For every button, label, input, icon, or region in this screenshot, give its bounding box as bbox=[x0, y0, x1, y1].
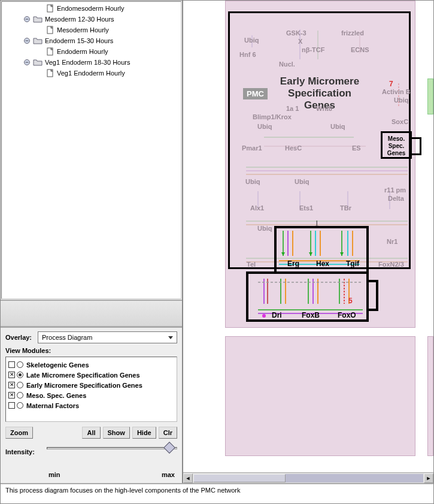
module-row-maternal[interactable]: Maternal Factors bbox=[8, 400, 174, 411]
checkbox-checked[interactable] bbox=[8, 392, 15, 399]
toggle-expanded-icon[interactable] bbox=[23, 59, 31, 66]
intensity-slider[interactable] bbox=[47, 443, 177, 460]
page-icon bbox=[46, 4, 54, 13]
overlay-select[interactable]: Process Diagram bbox=[38, 331, 177, 343]
gene-foxb: FoxB bbox=[302, 311, 320, 319]
gene-hnf6: Hnf 6 bbox=[239, 51, 256, 58]
right-panel: PMC Early Micromere Specification Genes … bbox=[183, 1, 433, 483]
tree-label: Veg1 Endoderm 18-30 Hours bbox=[45, 59, 130, 66]
focus-hook bbox=[369, 280, 378, 311]
tree-view[interactable]: Endomesoderm Hourly Mesoderm 12-30 Hours bbox=[1, 1, 181, 299]
folder-icon bbox=[33, 15, 43, 23]
gene-ubiq: Ubiq bbox=[330, 123, 345, 130]
slider-track bbox=[47, 447, 177, 449]
scroll-right-icon[interactable]: ► bbox=[424, 473, 433, 483]
clr-button[interactable]: Clr bbox=[159, 427, 177, 439]
gene-frizzled: frizzled bbox=[341, 29, 364, 37]
meso-l1: Meso. bbox=[383, 135, 410, 143]
tree-label: Mesoderm Hourly bbox=[57, 26, 109, 34]
gene-ubiq: Ubiq bbox=[295, 178, 309, 185]
diagram-title-l1: Early Micromere bbox=[242, 76, 397, 87]
diagram-title-l2: Specification bbox=[242, 87, 397, 99]
slider-thumb[interactable] bbox=[163, 442, 175, 454]
diagram-red-label-5: 5 bbox=[348, 297, 353, 305]
folder-icon bbox=[33, 58, 43, 67]
tree-label: Endoderm 15-30 Hours bbox=[45, 37, 113, 44]
module-label: Skeletogenic Genes bbox=[26, 361, 89, 369]
gene-foxo: FoxO bbox=[338, 311, 356, 319]
tree-label: Veg1 Endoderm Hourly bbox=[57, 70, 125, 77]
module-row-skeletogenic[interactable]: Skeletogenic Genes bbox=[8, 360, 174, 370]
tree-folder-mesoderm[interactable]: Mesoderm 12-30 Hours bbox=[3, 14, 180, 25]
checkbox[interactable] bbox=[8, 402, 15, 409]
module-row-late-micromere[interactable]: Late Micromere Specification Genes bbox=[8, 370, 174, 380]
diagram-region-right-green bbox=[427, 79, 433, 114]
slider-max-label: max bbox=[162, 471, 175, 478]
gene-ubiq: Ubiq bbox=[245, 178, 260, 185]
tree-leaf-endoderm-hourly[interactable]: Endoderm Hourly bbox=[3, 46, 180, 57]
page-icon bbox=[46, 26, 54, 34]
scroll-track[interactable] bbox=[193, 474, 423, 482]
gene-blimp: Blimp1/Krox bbox=[253, 113, 292, 120]
module-label: Early Micromere Specification Genes bbox=[26, 382, 142, 389]
diagram-canvas[interactable]: PMC Early Micromere Specification Genes … bbox=[183, 1, 433, 472]
tree-folder-veg1-endoderm[interactable]: Veg1 Endoderm 18-30 Hours bbox=[3, 57, 180, 68]
intensity-row: Intensity: bbox=[5, 443, 177, 460]
module-label: Meso. Spec. Genes bbox=[26, 392, 86, 399]
gene-r11pm: r11 pm bbox=[384, 186, 406, 194]
status-bar: This process diagram focuses on the high… bbox=[1, 483, 433, 503]
gene-ubiq: Ubiq bbox=[244, 37, 259, 44]
module-label: Late Micromere Specification Genes bbox=[26, 372, 140, 379]
gene-hex: Hex bbox=[316, 259, 329, 268]
hide-button[interactable]: Hide bbox=[132, 427, 156, 439]
scroll-thumb[interactable] bbox=[193, 474, 286, 482]
gene-erg: Erg bbox=[287, 259, 299, 268]
radio[interactable] bbox=[17, 402, 23, 409]
meso-spec-box: Meso. Spec. Genes bbox=[381, 131, 412, 159]
toggle-expanded-icon[interactable] bbox=[23, 37, 31, 44]
gene-soxc: SoxC bbox=[391, 118, 408, 125]
gene-1a1: 1a 1 bbox=[286, 105, 299, 112]
tree-leaf-endomesoderm-hourly[interactable]: Endomesoderm Hourly bbox=[3, 3, 180, 14]
toggle-expanded-icon[interactable] bbox=[23, 16, 31, 23]
radio[interactable] bbox=[17, 392, 23, 399]
scroll-left-icon[interactable]: ◄ bbox=[183, 473, 193, 483]
view-modules-label: View Modules: bbox=[5, 347, 171, 354]
gene-ets1: Ets1 bbox=[299, 204, 313, 212]
gene-activinb: Activin B bbox=[382, 88, 411, 95]
gene-ubiq: Ubiq bbox=[257, 225, 272, 232]
checkbox-checked[interactable] bbox=[8, 382, 15, 388]
tree-leaf-mesoderm-hourly[interactable]: Mesoderm Hourly bbox=[3, 25, 180, 35]
meso-hook bbox=[412, 137, 421, 155]
gene-ecns: ECNS bbox=[351, 46, 369, 53]
chevron-down-icon bbox=[168, 336, 173, 339]
gene-nr1: Nr1 bbox=[387, 238, 397, 245]
tree-label: Mesoderm 12-30 Hours bbox=[45, 16, 114, 23]
checkbox-checked[interactable] bbox=[8, 372, 15, 378]
zoom-button[interactable]: Zoom bbox=[5, 427, 33, 439]
horizontal-scrollbar[interactable]: ◄ ► bbox=[183, 472, 433, 483]
module-row-meso-spec[interactable]: Meso. Spec. Genes bbox=[8, 390, 174, 400]
gene-tbr: TBr bbox=[340, 204, 351, 212]
status-text: This process diagram focuses on the high… bbox=[5, 487, 241, 494]
gene-hesc: HesC bbox=[285, 144, 302, 152]
tree-leaf-veg1-endoderm-hourly[interactable]: Veg1 Endoderm Hourly bbox=[3, 68, 180, 79]
gene-tel: Tel bbox=[247, 261, 256, 268]
tree-label: Endoderm Hourly bbox=[57, 48, 108, 55]
meso-l2: Spec. bbox=[383, 143, 410, 150]
gene-pmar1: Pmar1 bbox=[242, 144, 262, 152]
checkbox[interactable] bbox=[8, 361, 15, 368]
panel-divider bbox=[1, 300, 182, 327]
gene-x: X bbox=[298, 38, 302, 45]
modules-listbox[interactable]: Skeletogenic Genes Late Micromere Specif… bbox=[5, 357, 177, 422]
tree-folder-endoderm[interactable]: Endoderm 15-30 Hours bbox=[3, 35, 180, 46]
diagram-region-bottom bbox=[225, 336, 415, 456]
show-button[interactable]: Show bbox=[103, 427, 130, 439]
gene-tgif: Tgif bbox=[346, 259, 359, 268]
radio-selected[interactable] bbox=[17, 372, 23, 378]
module-row-early-micromere[interactable]: Early Micromere Specification Genes bbox=[8, 380, 174, 390]
radio[interactable] bbox=[17, 382, 23, 388]
gene-nucl: Nucl. bbox=[279, 61, 295, 68]
all-button[interactable]: All bbox=[82, 427, 100, 439]
radio[interactable] bbox=[17, 361, 23, 368]
